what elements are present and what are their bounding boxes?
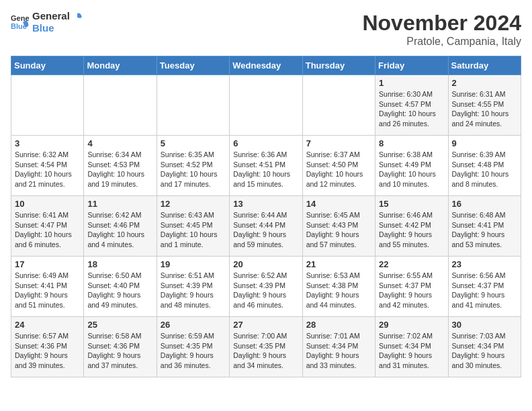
day-info-line: Daylight: 10 hours and 10 minutes. bbox=[379, 169, 444, 189]
day-info-line: Daylight: 10 hours and 17 minutes. bbox=[161, 169, 226, 189]
day-info-line: Sunset: 4:36 PM bbox=[15, 341, 80, 351]
day-number: 10 bbox=[15, 199, 80, 209]
day-info-line: Sunrise: 6:52 AM bbox=[233, 271, 298, 281]
logo-bird-icon bbox=[71, 11, 83, 23]
day-info-line: Sunset: 4:35 PM bbox=[161, 341, 226, 351]
calendar-cell: 9Sunrise: 6:39 AMSunset: 4:48 PMDaylight… bbox=[448, 136, 521, 196]
day-info-line: Sunrise: 6:58 AM bbox=[87, 331, 152, 341]
day-info-line: Sunrise: 6:45 AM bbox=[306, 210, 371, 220]
day-number: 16 bbox=[452, 199, 517, 209]
day-number: 24 bbox=[15, 320, 80, 330]
day-info-line: Sunrise: 6:48 AM bbox=[452, 210, 517, 220]
day-number: 7 bbox=[306, 138, 371, 148]
calendar-table: SundayMondayTuesdayWednesdayThursdayFrid… bbox=[11, 56, 521, 377]
day-number: 14 bbox=[306, 199, 371, 209]
day-info-line: Sunrise: 6:43 AM bbox=[161, 210, 226, 220]
day-info-line: Sunset: 4:43 PM bbox=[306, 220, 371, 230]
day-info-line: Sunrise: 6:59 AM bbox=[161, 331, 226, 341]
day-info-line: Sunrise: 6:39 AM bbox=[452, 150, 517, 160]
day-info-line: Daylight: 9 hours and 39 minutes. bbox=[15, 351, 80, 370]
day-info-line: Sunrise: 6:32 AM bbox=[15, 150, 80, 160]
calendar-cell: 7Sunrise: 6:37 AMSunset: 4:50 PMDaylight… bbox=[302, 136, 375, 196]
calendar-cell: 4Sunrise: 6:34 AMSunset: 4:53 PMDaylight… bbox=[84, 136, 157, 196]
calendar-week-row: 24Sunrise: 6:57 AMSunset: 4:36 PMDayligh… bbox=[11, 317, 521, 377]
day-info-line: Daylight: 9 hours and 33 minutes. bbox=[306, 351, 371, 370]
calendar-cell bbox=[157, 75, 229, 136]
day-info-line: Sunset: 4:42 PM bbox=[379, 220, 444, 230]
day-info-line: Sunset: 4:55 PM bbox=[452, 99, 517, 109]
day-number: 29 bbox=[379, 320, 444, 330]
calendar-cell: 14Sunrise: 6:45 AMSunset: 4:43 PMDayligh… bbox=[302, 196, 375, 257]
calendar-cell: 21Sunrise: 6:53 AMSunset: 4:38 PMDayligh… bbox=[302, 257, 375, 317]
calendar-cell: 18Sunrise: 6:50 AMSunset: 4:40 PMDayligh… bbox=[84, 257, 157, 317]
day-number: 2 bbox=[452, 78, 517, 88]
calendar-week-row: 17Sunrise: 6:49 AMSunset: 4:41 PMDayligh… bbox=[11, 257, 521, 317]
day-number: 20 bbox=[233, 259, 298, 269]
day-info-line: Sunrise: 6:50 AM bbox=[87, 271, 152, 281]
calendar-cell bbox=[230, 75, 302, 136]
day-number: 3 bbox=[15, 138, 80, 148]
calendar-day-header: Saturday bbox=[448, 56, 521, 75]
day-number: 18 bbox=[87, 259, 152, 269]
day-number: 28 bbox=[306, 320, 371, 330]
logo-blue-text: Blue bbox=[32, 22, 54, 34]
day-info-line: Sunrise: 6:37 AM bbox=[306, 150, 371, 160]
day-info-line: Sunset: 4:45 PM bbox=[161, 220, 226, 230]
day-number: 22 bbox=[379, 259, 444, 269]
day-info-line: Sunset: 4:46 PM bbox=[87, 220, 152, 230]
calendar-day-header: Monday bbox=[84, 56, 157, 75]
day-info-line: Daylight: 9 hours and 36 minutes. bbox=[161, 351, 226, 370]
calendar-cell: 6Sunrise: 6:36 AMSunset: 4:51 PMDaylight… bbox=[230, 136, 302, 196]
day-info-line: Daylight: 9 hours and 55 minutes. bbox=[379, 230, 444, 249]
day-info-line: Daylight: 10 hours and 12 minutes. bbox=[306, 169, 371, 189]
calendar-day-header: Sunday bbox=[11, 56, 84, 75]
day-number: 27 bbox=[233, 320, 298, 330]
day-info-line: Sunset: 4:34 PM bbox=[306, 341, 371, 351]
day-info-line: Sunset: 4:47 PM bbox=[15, 220, 80, 230]
day-info-line: Sunset: 4:39 PM bbox=[161, 281, 226, 291]
day-info-line: Daylight: 9 hours and 49 minutes. bbox=[87, 290, 152, 310]
day-info-line: Sunrise: 6:30 AM bbox=[379, 89, 444, 99]
calendar-cell: 28Sunrise: 7:01 AMSunset: 4:34 PMDayligh… bbox=[302, 317, 375, 377]
day-info-line: Daylight: 9 hours and 42 minutes. bbox=[379, 290, 444, 310]
day-info-line: Sunset: 4:34 PM bbox=[379, 341, 444, 351]
day-info-line: Daylight: 9 hours and 59 minutes. bbox=[233, 230, 298, 249]
location-text: Pratole, Campania, Italy bbox=[362, 36, 521, 48]
day-info-line: Sunset: 4:35 PM bbox=[233, 341, 298, 351]
calendar-cell: 16Sunrise: 6:48 AMSunset: 4:41 PMDayligh… bbox=[448, 196, 521, 257]
day-info-line: Sunrise: 7:03 AM bbox=[452, 331, 517, 341]
calendar-week-row: 10Sunrise: 6:41 AMSunset: 4:47 PMDayligh… bbox=[11, 196, 521, 257]
calendar-cell: 3Sunrise: 6:32 AMSunset: 4:54 PMDaylight… bbox=[11, 136, 84, 196]
calendar-cell: 24Sunrise: 6:57 AMSunset: 4:36 PMDayligh… bbox=[11, 317, 84, 377]
day-info-line: Sunset: 4:51 PM bbox=[233, 160, 298, 170]
day-info-line: Sunset: 4:37 PM bbox=[379, 281, 444, 291]
calendar-cell bbox=[11, 75, 84, 136]
day-info-line: Sunset: 4:48 PM bbox=[452, 160, 517, 170]
day-number: 6 bbox=[233, 138, 298, 148]
day-number: 15 bbox=[379, 199, 444, 209]
calendar-cell bbox=[84, 75, 157, 136]
day-info-line: Sunset: 4:40 PM bbox=[87, 281, 152, 291]
day-info-line: Daylight: 9 hours and 30 minutes. bbox=[452, 351, 517, 370]
day-number: 8 bbox=[379, 138, 444, 148]
calendar-cell: 20Sunrise: 6:52 AMSunset: 4:39 PMDayligh… bbox=[230, 257, 302, 317]
day-info-line: Daylight: 9 hours and 34 minutes. bbox=[233, 351, 298, 370]
calendar-cell: 30Sunrise: 7:03 AMSunset: 4:34 PMDayligh… bbox=[448, 317, 521, 377]
day-info-line: Sunset: 4:34 PM bbox=[452, 341, 517, 351]
calendar-cell: 23Sunrise: 6:56 AMSunset: 4:37 PMDayligh… bbox=[448, 257, 521, 317]
day-info-line: Daylight: 10 hours and 21 minutes. bbox=[15, 169, 80, 189]
day-info-line: Sunrise: 6:31 AM bbox=[452, 89, 517, 99]
calendar-cell: 10Sunrise: 6:41 AMSunset: 4:47 PMDayligh… bbox=[11, 196, 84, 257]
calendar-cell: 5Sunrise: 6:35 AMSunset: 4:52 PMDaylight… bbox=[157, 136, 229, 196]
day-number: 17 bbox=[15, 259, 80, 269]
day-info-line: Sunrise: 6:36 AM bbox=[233, 150, 298, 160]
calendar-week-row: 1Sunrise: 6:30 AMSunset: 4:57 PMDaylight… bbox=[11, 75, 521, 136]
calendar-cell: 26Sunrise: 6:59 AMSunset: 4:35 PMDayligh… bbox=[157, 317, 229, 377]
page-header: General Blue General Blue November 2024 … bbox=[11, 11, 521, 48]
day-number: 5 bbox=[161, 138, 226, 148]
calendar-day-header: Thursday bbox=[302, 56, 375, 75]
day-info-line: Sunset: 4:37 PM bbox=[452, 281, 517, 291]
day-info-line: Daylight: 10 hours and 4 minutes. bbox=[87, 230, 152, 249]
day-info-line: Sunset: 4:41 PM bbox=[15, 281, 80, 291]
calendar-cell: 29Sunrise: 7:02 AMSunset: 4:34 PMDayligh… bbox=[375, 317, 448, 377]
